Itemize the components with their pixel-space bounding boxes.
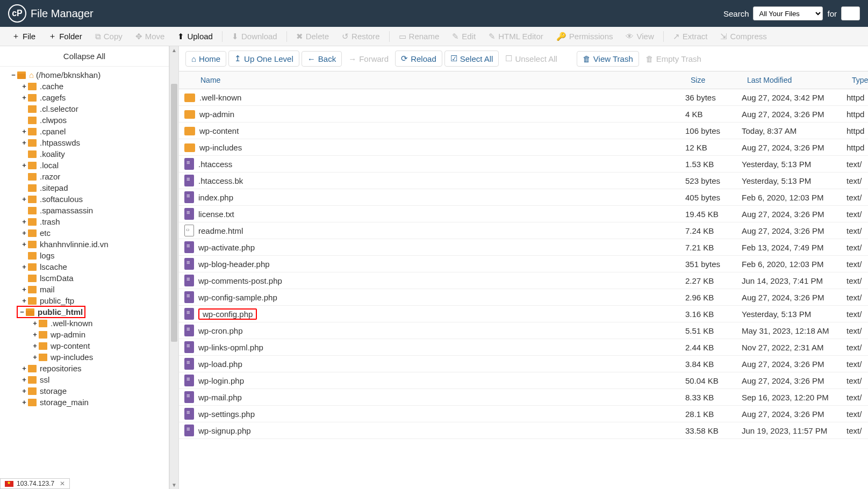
expand-icon[interactable]: + [31, 342, 39, 350]
scroll-down-icon[interactable]: ▼ [170, 482, 178, 488]
file-button[interactable]: ＋File [5, 28, 42, 45]
tree-node-razor[interactable]: .razor [0, 171, 169, 182]
unselect-all-button[interactable]: ☐Unselect All [501, 51, 561, 66]
tree-node-spamassassin[interactable]: .spamassassin [0, 205, 169, 216]
file-row[interactable]: wp-activate.php7.21 KBFeb 13, 2024, 7:49… [179, 239, 868, 256]
file-row[interactable]: wp-includes12 KBAug 27, 2024, 3:26 PMhtt… [179, 139, 868, 156]
file-row[interactable]: readme.html7.24 KBAug 27, 2024, 3:26 PMt… [179, 222, 868, 239]
file-row[interactable]: wp-signup.php33.58 KBJun 19, 2023, 11:57… [179, 422, 868, 439]
tree-node-repositories[interactable]: +repositories [0, 363, 169, 374]
status-bar[interactable]: 103.74.123.7 [0, 478, 70, 489]
expand-icon[interactable]: + [20, 297, 28, 305]
file-row[interactable]: .htaccess1.53 KBYesterday, 5:13 PMtext/ [179, 156, 868, 172]
back-button[interactable]: ←Back [302, 51, 342, 67]
expand-icon[interactable]: + [20, 195, 28, 203]
tree-node-mail[interactable]: +mail [0, 284, 169, 295]
expand-icon[interactable]: + [20, 364, 28, 372]
tree-node-ssl[interactable]: +ssl [0, 374, 169, 385]
file-row[interactable]: wp-links-opml.php2.44 KBNov 27, 2022, 2:… [179, 339, 868, 356]
file-row[interactable]: wp-load.php3.84 KBAug 27, 2024, 3:26 PMt… [179, 356, 868, 372]
file-row[interactable]: wp-login.php50.04 KBAug 27, 2024, 3:26 P… [179, 372, 868, 389]
tree-node-storage[interactable]: +storage [0, 385, 169, 397]
collapse-all-button[interactable]: Collapse All [0, 46, 169, 67]
expand-icon[interactable]: + [20, 127, 28, 135]
expand-icon[interactable]: + [31, 353, 39, 361]
folder-button[interactable]: ＋Folder [42, 28, 89, 45]
file-row[interactable]: wp-mail.php8.33 KBSep 16, 2023, 12:20 PM… [179, 389, 868, 406]
file-row[interactable]: wp-settings.php28.1 KBAug 27, 2024, 3:26… [179, 406, 868, 422]
tree-node-wpincludes[interactable]: +wp-includes [0, 351, 169, 363]
expand-icon[interactable]: + [20, 376, 28, 384]
col-modified[interactable]: Last Modified [742, 71, 847, 89]
download-button[interactable]: ⬇Download [225, 28, 284, 45]
tree-node-wellknown[interactable]: +.well-known [0, 318, 169, 329]
file-row[interactable]: wp-blog-header.php351 bytesFeb 6, 2020, … [179, 256, 868, 272]
select-all-button[interactable]: ☑Select All [444, 51, 499, 67]
tree-node-cpanel[interactable]: +.cpanel [0, 126, 169, 137]
expand-icon[interactable]: + [20, 94, 28, 102]
upload-button[interactable]: ⬆Upload [171, 28, 219, 45]
expand-icon[interactable]: + [20, 398, 28, 406]
htmleditor-button[interactable]: ✎HTML Editor [482, 28, 550, 45]
copy-button[interactable]: ⧉Copy [89, 28, 129, 45]
tree-node-public_html[interactable]: −public_html [17, 306, 85, 318]
expand-icon[interactable]: + [20, 82, 28, 90]
file-row[interactable]: wp-comments-post.php2.27 KBJun 14, 2023,… [179, 272, 868, 289]
tree-scrollbar[interactable]: ▲ ▼ [169, 46, 179, 489]
tree-node-storage_main[interactable]: +storage_main [0, 397, 169, 408]
file-row[interactable]: license.txt19.45 KBAug 27, 2024, 3:26 PM… [179, 206, 868, 222]
reload-button[interactable]: ⟳Reload [395, 51, 442, 67]
tree-node-sitepad[interactable]: .sitepad [0, 182, 169, 193]
view-button[interactable]: 👁View [619, 28, 660, 44]
view-trash-button[interactable]: 🗑View Trash [577, 51, 639, 67]
restore-button[interactable]: ↺Restore [335, 28, 386, 45]
tree-node-wpadmin[interactable]: +wp-admin [0, 329, 169, 340]
file-row[interactable]: wp-cron.php5.51 KBMay 31, 2023, 12:18 AM… [179, 322, 868, 339]
up-button[interactable]: ↥Up One Level [228, 51, 299, 67]
file-row[interactable]: .htaccess.bk523 bytesYesterday, 5:13 PMt… [179, 172, 868, 189]
expand-icon[interactable]: + [20, 263, 28, 271]
tree-node-lscmData[interactable]: lscmData [0, 272, 169, 284]
expand-icon[interactable]: + [20, 240, 28, 248]
search-scope-select[interactable]: All Your Files [753, 6, 823, 20]
tree-node-khanhnvlinnieidvn[interactable]: +khanhnvlinnie.id.vn [0, 239, 169, 250]
file-row[interactable]: index.php405 bytesFeb 6, 2020, 12:03 PMt… [179, 189, 868, 206]
scroll-thumb[interactable] [171, 84, 177, 342]
move-button[interactable]: ✥Move [129, 28, 171, 45]
col-size[interactable]: Size [685, 71, 742, 89]
expand-icon[interactable]: + [20, 161, 28, 169]
file-row[interactable]: wp-admin4 KBAug 27, 2024, 3:26 PMhttpd [179, 106, 868, 123]
tree-node-koality[interactable]: .koality [0, 148, 169, 160]
extract-button[interactable]: ↗Extract [666, 28, 714, 45]
empty-trash-button[interactable]: 🗑Empty Trash [641, 52, 706, 66]
home-button[interactable]: ⌂Home [185, 51, 226, 67]
forward-button[interactable]: →Forward [344, 52, 393, 66]
file-row[interactable]: wp-config.php3.16 KBYesterday, 5:13 PMte… [179, 306, 868, 322]
tree-node-htpasswds[interactable]: +.htpasswds [0, 137, 169, 148]
scroll-up-icon[interactable]: ▲ [170, 47, 178, 53]
tree-node-etc[interactable]: +etc [0, 227, 169, 239]
compress-button[interactable]: ⇲Compress [714, 28, 773, 45]
tree-node-cagefs[interactable]: +.cagefs [0, 92, 169, 103]
expand-icon[interactable]: + [31, 319, 39, 327]
edit-button[interactable]: ✎Edit [446, 28, 482, 45]
tree-node-public_ftp[interactable]: +public_ftp [0, 295, 169, 306]
expand-icon[interactable]: + [20, 229, 28, 237]
tree-node-clwpos[interactable]: .clwpos [0, 114, 169, 126]
tree-node-local[interactable]: +.local [0, 160, 169, 171]
tree-node-trash[interactable]: +.trash [0, 216, 169, 227]
col-type[interactable]: Type [847, 71, 868, 89]
tree-node-logs[interactable]: logs [0, 250, 169, 261]
file-row[interactable]: wp-config-sample.php2.96 KBAug 27, 2024,… [179, 289, 868, 306]
tree-node-clselector[interactable]: .cl.selector [0, 103, 169, 114]
delete-button[interactable]: ✖Delete [290, 28, 335, 45]
tree-node-lscache[interactable]: +lscache [0, 261, 169, 272]
expand-icon[interactable]: − [18, 308, 26, 316]
col-name[interactable]: Name [179, 71, 685, 89]
tree-node-cache[interactable]: +.cache [0, 81, 169, 92]
expand-icon[interactable]: + [20, 387, 28, 395]
expand-icon[interactable]: + [20, 218, 28, 226]
permissions-button[interactable]: 🔑Permissions [550, 28, 620, 45]
expand-icon[interactable]: + [20, 285, 28, 293]
tree-node-softaculous[interactable]: +.softaculous [0, 193, 169, 205]
